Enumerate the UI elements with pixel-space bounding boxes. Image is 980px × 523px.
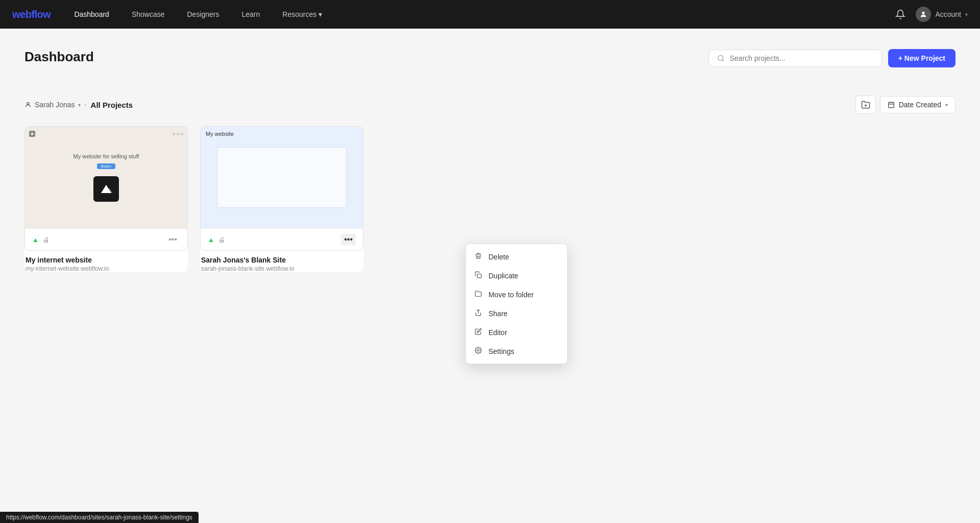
svg-marker-10 xyxy=(31,132,34,135)
more-options-button[interactable]: ••• xyxy=(165,234,180,245)
chevron-down-icon: ▾ xyxy=(318,10,322,18)
main-content: Dashboard + New Project Sarah Jonas ▾ xyxy=(0,29,980,293)
date-sort-button[interactable]: Date Created ▾ xyxy=(880,96,955,113)
folder-icon xyxy=(474,290,482,299)
logo-text: webflow xyxy=(12,9,51,20)
bell-icon xyxy=(895,9,905,19)
context-menu-item-move-to-folder[interactable]: Move to folder xyxy=(466,285,567,304)
breadcrumb-separator-icon: › xyxy=(85,101,87,108)
delete-icon xyxy=(474,252,482,261)
project-card-footer: ▲ 🖨 ••• xyxy=(200,228,363,251)
nav-dashboard[interactable]: Dashboard xyxy=(71,8,112,20)
navbar-right: Account ▾ xyxy=(893,7,968,22)
project-card-footer: ▲ 🖨 ••• xyxy=(24,228,188,251)
project-card[interactable]: My website ▲ 🖨 ••• Sarah Jonas's Blank S… xyxy=(200,126,363,272)
sort-icon xyxy=(888,101,895,108)
context-menu-item-editor[interactable]: Editor xyxy=(466,323,567,342)
breadcrumb-user[interactable]: Sarah Jonas ▾ xyxy=(24,101,81,109)
settings-label: Settings xyxy=(488,347,514,355)
project-url: my-internet-website.webflow.io xyxy=(26,265,187,272)
breadcrumb: Sarah Jonas ▾ › All Projects xyxy=(24,101,133,109)
thumbnail-content xyxy=(201,127,363,228)
add-folder-icon xyxy=(861,100,870,109)
nav-designers[interactable]: Designers xyxy=(184,8,222,20)
thumbnail-badge: Button xyxy=(97,163,115,169)
thumbnail-text: My website for selling stuff xyxy=(74,153,139,159)
project-thumbnail: My website for selling stuff Button xyxy=(24,126,188,228)
new-project-label: + New Project xyxy=(898,54,945,62)
search-input[interactable] xyxy=(730,54,873,62)
account-label: Account xyxy=(935,10,961,18)
nav-showcase[interactable]: Showcase xyxy=(129,8,168,20)
breadcrumb-dropdown-icon: ▾ xyxy=(78,102,81,108)
more-options-button[interactable]: ••• xyxy=(341,234,356,245)
context-menu-item-duplicate[interactable]: Duplicate xyxy=(466,266,567,285)
settings-icon xyxy=(474,347,482,355)
project-info: My internet website my-internet-website.… xyxy=(24,256,188,272)
blank-thumbnail xyxy=(217,147,347,208)
project-grid: My website for selling stuff Button ▲ 🖨 … xyxy=(24,126,955,272)
svg-point-0 xyxy=(922,12,925,14)
add-folder-button[interactable] xyxy=(855,96,876,114)
svg-point-15 xyxy=(477,349,479,351)
footer-icons: ▲ 🖨 xyxy=(208,236,336,244)
date-sort-label: Date Created xyxy=(899,101,941,109)
duplicate-icon xyxy=(474,271,482,280)
delete-label: Delete xyxy=(488,253,509,261)
svg-rect-13 xyxy=(477,274,481,278)
search-icon xyxy=(717,54,725,62)
dot-3 xyxy=(181,133,183,135)
nav-resources[interactable]: Resources ▾ xyxy=(279,8,325,20)
breadcrumb-current: All Projects xyxy=(91,101,133,109)
project-info: Sarah Jonas's Blank Site sarah-jonass-bl… xyxy=(200,256,363,272)
thumbnail-topbar xyxy=(29,131,183,137)
mountain-icon xyxy=(100,183,112,195)
user-icon xyxy=(919,10,927,18)
date-sort-chevron-icon: ▾ xyxy=(945,102,948,108)
search-bar xyxy=(708,50,882,67)
project-name: My internet website xyxy=(26,256,187,264)
breadcrumb-row: Sarah Jonas ▾ › All Projects Date Create… xyxy=(24,96,955,114)
move-to-folder-label: Move to folder xyxy=(488,291,534,299)
thumbnail-logo xyxy=(93,176,119,202)
project-card[interactable]: My website for selling stuff Button ▲ 🖨 … xyxy=(24,126,188,272)
brand-logo[interactable]: webflow xyxy=(12,9,51,20)
new-project-button[interactable]: + New Project xyxy=(888,49,955,67)
share-label: Share xyxy=(488,310,507,318)
favicon-icon xyxy=(29,131,35,137)
context-menu-item-share[interactable]: Share xyxy=(466,304,567,323)
status-bar: https://webflow.com/dashboard/sites/sara… xyxy=(0,512,199,523)
project-url: sarah-jonass-blank-site.webflow.io xyxy=(201,265,362,272)
duplicate-label: Duplicate xyxy=(488,272,518,280)
context-menu-item-settings[interactable]: Settings xyxy=(466,342,567,361)
project-thumbnail: My website xyxy=(200,126,363,228)
controls-right: Date Created ▾ xyxy=(855,96,955,114)
account-chevron-icon: ▾ xyxy=(965,12,968,17)
page-title: Dashboard xyxy=(24,49,94,65)
dot-2 xyxy=(177,133,179,135)
svg-point-3 xyxy=(27,102,30,105)
nav-learn[interactable]: Learn xyxy=(239,8,263,20)
navbar: webflow Dashboard Showcase Designers Lea… xyxy=(0,0,980,29)
header-actions: + New Project xyxy=(708,49,955,67)
svg-point-1 xyxy=(718,55,723,60)
share-icon xyxy=(474,309,482,318)
account-button[interactable]: Account ▾ xyxy=(916,7,968,22)
notification-button[interactable] xyxy=(893,7,908,21)
svg-rect-6 xyxy=(888,102,894,108)
breadcrumb-user-name: Sarah Jonas xyxy=(35,101,75,109)
svg-line-2 xyxy=(722,60,724,61)
status-icon: ▲ xyxy=(32,236,39,244)
project-name: Sarah Jonas's Blank Site xyxy=(201,256,362,264)
publish-icon: 🖨 xyxy=(43,236,50,244)
status-url: https://webflow.com/dashboard/sites/sara… xyxy=(6,514,192,521)
editor-label: Editor xyxy=(488,328,507,337)
nav-resources-label: Resources xyxy=(282,10,316,18)
thumbnail-dots xyxy=(173,133,183,135)
status-icon: ▲ xyxy=(208,236,214,244)
context-menu: Delete Duplicate xyxy=(465,244,568,364)
thumbnail-content: My website for selling stuff Button xyxy=(25,127,187,228)
context-menu-item-delete[interactable]: Delete xyxy=(466,247,567,266)
editor-icon xyxy=(474,328,482,337)
avatar xyxy=(916,7,931,22)
